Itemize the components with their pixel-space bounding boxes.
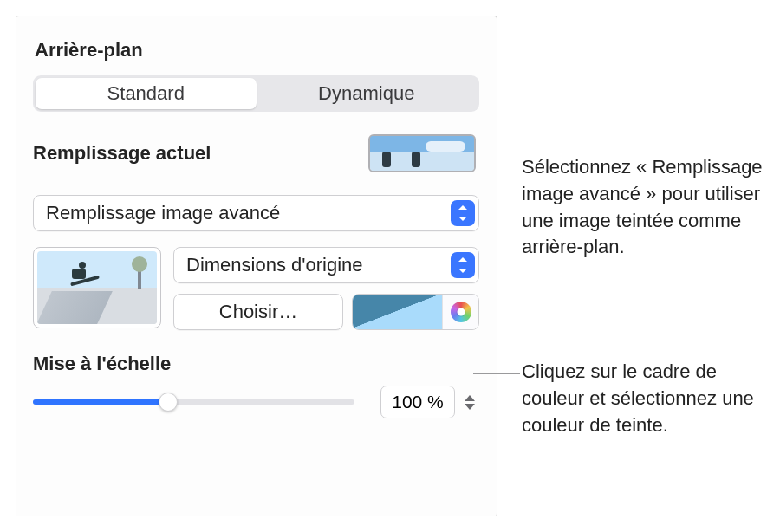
background-mode-segmented[interactable]: Standard Dynamique: [33, 75, 479, 112]
callout-tint-color: Cliquez sur le cadre de couleur et sélec…: [522, 359, 780, 438]
tint-color-swatch[interactable]: [353, 295, 442, 329]
current-fill-preview[interactable]: [368, 134, 476, 172]
slider-thumb[interactable]: [159, 393, 178, 412]
image-well[interactable]: [33, 247, 161, 328]
image-scale-value: Dimensions d'origine: [186, 254, 363, 276]
current-fill-label: Remplissage actuel: [33, 142, 211, 165]
callout-leader: [473, 373, 520, 374]
background-panel: Arrière-plan Standard Dynamique Rempliss…: [16, 16, 497, 516]
callout-fill-type: Sélectionnez « Remplissage image avancé …: [522, 154, 780, 261]
chevron-updown-icon: [451, 200, 475, 226]
stepper-down-icon[interactable]: [465, 404, 475, 410]
divider: [33, 438, 479, 438]
scale-section-label: Mise à l'échelle: [33, 353, 479, 375]
fill-type-value: Remplissage image avancé: [46, 202, 280, 224]
callout-leader: [473, 256, 520, 256]
scale-stepper[interactable]: [380, 386, 479, 418]
scale-field[interactable]: [380, 386, 455, 418]
tab-standard[interactable]: Standard: [36, 78, 257, 109]
section-title-background: Arrière-plan: [35, 39, 479, 62]
image-scale-popup[interactable]: Dimensions d'origine: [173, 247, 479, 283]
scale-slider[interactable]: [33, 392, 354, 412]
chevron-updown-icon: [451, 252, 475, 278]
tab-dynamic[interactable]: Dynamique: [257, 78, 478, 109]
stepper-up-icon[interactable]: [465, 395, 475, 401]
color-picker-button[interactable]: [442, 295, 478, 329]
choose-image-button[interactable]: Choisir…: [173, 294, 343, 330]
tint-color-well[interactable]: [352, 294, 479, 330]
fill-type-popup[interactable]: Remplissage image avancé: [33, 195, 479, 231]
color-wheel-icon: [451, 302, 471, 322]
